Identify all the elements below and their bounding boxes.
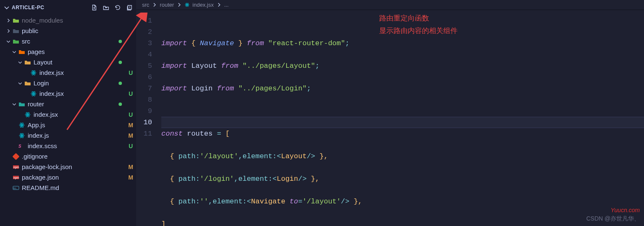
tree-item-public[interactable]: public [0,26,136,36]
new-folder-icon[interactable] [103,4,109,11]
tree-item-login[interactable]: Login [0,78,136,88]
svg-point-28 [187,4,188,5]
tree-label: .gitignore [22,153,125,160]
react-icon [29,90,38,97]
git-status-badge: U [125,69,136,76]
tree-item-index-jsx[interactable]: index.jsxU [0,88,136,99]
md-icon: M↓ [12,185,20,191]
chevron-down-icon [3,4,10,11]
git-modified-dot [119,103,122,106]
folder-router-icon [18,101,26,108]
chevron-down-icon [11,102,18,107]
folder-icon [12,28,20,34]
react-icon [29,69,38,76]
line-gutter: 1234567891011 [136,10,161,226]
tree-label: Login [34,80,119,87]
git-modified-dot [119,40,122,43]
tree-item-node_modules[interactable]: node_modules [0,15,136,26]
tree-item-index-js[interactable]: index.jsM [0,130,136,141]
chevron-down-icon [17,60,23,65]
editor-pane: src router index.jsx ... 1234567891011 i… [136,0,644,226]
scss-icon: S [18,143,26,149]
npm-icon: npm [12,174,20,181]
crumb-router[interactable]: router [160,2,174,8]
folder-open-icon [23,80,32,87]
watermark-site: Yuucn.com [610,207,640,213]
svg-point-4 [33,93,34,94]
tree-label: README.md [22,184,125,191]
tree-label: pages [28,48,125,55]
tree-item-layout[interactable]: Layout [0,57,136,67]
react-icon [18,132,26,139]
git-status-badge: U [125,111,136,118]
chevron-right-icon [216,2,222,8]
refresh-icon[interactable] [114,4,121,11]
collapse-all-icon[interactable] [126,4,133,11]
chevron-down-icon [5,39,12,44]
tree-item-index-jsx[interactable]: index.jsxU [0,67,136,78]
tree-label: public [22,27,125,34]
git-status-badge: U [125,90,136,97]
chevron-down-icon [11,49,18,54]
chevron-right-icon [152,2,157,8]
chevron-right-icon [176,2,182,8]
tree-label: index.js [28,132,125,139]
tree-item-src[interactable]: src [0,36,136,46]
crumb-src[interactable]: src [142,2,149,8]
react-icon [23,111,32,118]
tree-label: index.jsx [39,90,125,97]
svg-point-0 [33,72,34,73]
project-title: ARTICLE-PC [12,5,44,10]
tree-label: index.jsx [39,69,125,76]
code-area[interactable]: 1234567891011 import { Navigate } from "… [136,10,644,226]
tree-label: node_modules [22,17,125,24]
code-content[interactable]: import { Navigate } from "react-router-d… [161,10,644,226]
explorer-header[interactable]: ARTICLE-PC [0,0,136,15]
tree-item-router[interactable]: router [0,99,136,109]
tree-item-index-scss[interactable]: Sindex.scssU [0,141,136,151]
git-status-badge: M [125,164,136,170]
tree-label: package-lock.json [22,163,125,170]
current-line-highlight [161,117,644,128]
tree-item-readme-md[interactable]: M↓README.md [0,182,136,193]
svg-point-12 [21,124,23,126]
new-file-icon[interactable] [91,4,98,11]
crumb-file[interactable]: index.jsx [192,2,214,8]
chevron-right-icon [5,18,12,23]
file-tree: node_modulespublicsrcpagesLayoutindex.js… [0,15,136,226]
app-root: ARTICLE-PC node_modulespublicsrcpagesLay… [0,0,644,226]
tree-item-package-json[interactable]: npmpackage.jsonM [0,172,136,182]
svg-text:npm: npm [13,166,19,169]
svg-rect-21 [13,153,19,160]
breadcrumb[interactable]: src router index.jsx ... [136,0,644,10]
tree-item-package-lock-json[interactable]: npmpackage-lock.jsonM [0,162,136,172]
tree-item-app-js[interactable]: App.jsM [0,120,136,130]
git-status-badge: U [125,143,136,149]
tree-label: index.scss [28,142,125,149]
tree-item-pages[interactable]: pages [0,46,136,57]
svg-text:S: S [18,144,21,149]
folder-src-icon [12,38,20,45]
svg-text:npm: npm [13,176,19,180]
explorer-actions [91,4,133,11]
chevron-down-icon [17,81,23,86]
chevron-right-icon [5,28,12,33]
folder-pages-icon [18,49,26,55]
git-icon [12,153,20,160]
tree-label: App.js [28,121,125,128]
crumb-more[interactable]: ... [224,2,229,8]
svg-point-16 [21,135,23,136]
git-status-badge: M [125,132,136,139]
tree-label: index.jsx [34,111,125,118]
svg-text:M↓: M↓ [13,187,17,190]
git-modified-dot [119,82,122,85]
react-file-icon [184,2,190,8]
tree-item-index-jsx[interactable]: index.jsxU [0,109,136,120]
folder-open-icon [23,59,32,66]
explorer-sidebar: ARTICLE-PC node_modulespublicsrcpagesLay… [0,0,136,226]
react-icon [18,122,26,128]
git-status-badge: M [125,122,136,128]
tree-label: Layout [34,59,119,66]
tree-item--gitignore[interactable]: .gitignore [0,151,136,162]
watermark-author: CSDN @亦世凡华、 [586,215,640,223]
